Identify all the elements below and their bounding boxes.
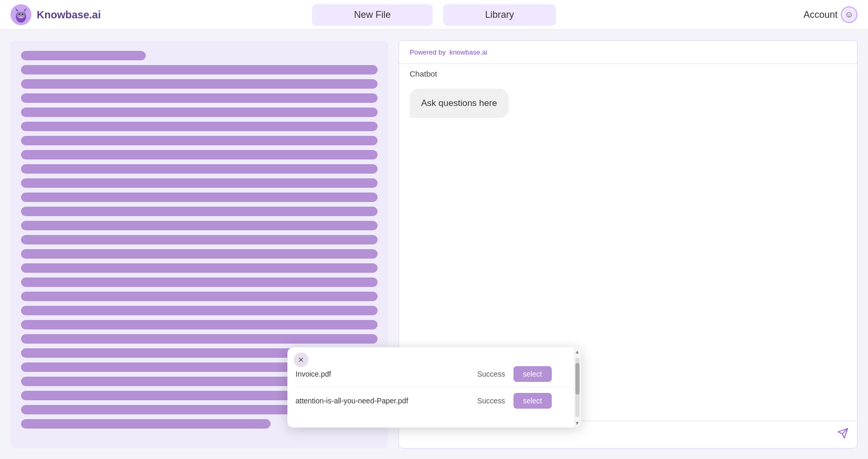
doc-line: [21, 263, 378, 273]
scroll-up-arrow[interactable]: ▲: [575, 347, 580, 356]
svg-point-7: [18, 13, 20, 15]
chat-input[interactable]: [408, 430, 833, 439]
account-button[interactable]: Account ☺: [803, 6, 858, 23]
select-file-1-button[interactable]: select: [513, 366, 552, 382]
file-status-2: Success: [477, 397, 505, 405]
doc-line: [21, 164, 378, 174]
doc-line: [21, 235, 378, 244]
svg-point-8: [22, 13, 24, 15]
file-row: Invoice.pdf Success select: [296, 361, 573, 388]
powered-by-brand: knowbase.ai: [449, 48, 487, 56]
popup-file-list: Invoice.pdf Success select attention-is-…: [287, 356, 581, 419]
file-status-1: Success: [477, 370, 505, 378]
scroll-thumb: [575, 363, 580, 394]
chat-powered-by: Powered by knowbase.ai: [399, 41, 857, 64]
doc-line: [21, 122, 378, 131]
doc-line: [21, 93, 378, 103]
popup-close-button[interactable]: ✕: [294, 353, 308, 367]
scroll-down-arrow[interactable]: ▼: [575, 419, 580, 428]
library-button[interactable]: Library: [443, 4, 556, 26]
send-icon: [837, 428, 849, 439]
doc-line: [21, 79, 378, 89]
powered-by-label: Powered by: [410, 48, 446, 56]
file-row: attention-is-all-you-need-Paper.pdf Succ…: [296, 388, 573, 414]
doc-line: [21, 108, 378, 117]
doc-line: [21, 419, 271, 429]
account-label: Account: [803, 9, 838, 20]
doc-line: [21, 306, 378, 315]
doc-line: [21, 136, 378, 145]
doc-line: [21, 65, 378, 74]
new-file-button[interactable]: New File: [312, 4, 433, 26]
account-area: Account ☺: [753, 6, 858, 23]
doc-line: [21, 320, 378, 329]
doc-line: [21, 178, 378, 188]
select-file-2-button[interactable]: select: [513, 393, 552, 409]
owl-logo-icon: [10, 4, 31, 25]
file-name-1: Invoice.pdf: [296, 370, 478, 378]
app-header: Knowbase.ai New File Library Account ☺: [0, 0, 868, 30]
doc-line: [21, 207, 378, 216]
doc-line: [21, 193, 378, 202]
chat-bubble-area: Ask questions here: [399, 83, 857, 123]
doc-line: [21, 292, 378, 301]
scroll-track: [575, 358, 580, 417]
library-popup: ✕ Invoice.pdf Success select attention-i…: [287, 347, 581, 428]
doc-line: [21, 150, 378, 159]
doc-line: [21, 221, 378, 230]
doc-line: [21, 334, 378, 344]
file-name-2: attention-is-all-you-need-Paper.pdf: [296, 397, 478, 405]
send-button[interactable]: [837, 428, 849, 442]
doc-line: [21, 249, 378, 259]
account-avatar-icon: ☺: [841, 6, 858, 23]
doc-line: [21, 51, 146, 60]
popup-scrollbar: ▲ ▼: [574, 347, 581, 428]
doc-line: [21, 277, 378, 287]
chatbot-label: Chatbot: [399, 64, 857, 83]
main-nav: New File Library: [115, 4, 753, 26]
logo-text: Knowbase.ai: [37, 9, 101, 21]
ask-questions-bubble: Ask questions here: [410, 89, 509, 118]
logo-area: Knowbase.ai: [10, 4, 115, 25]
